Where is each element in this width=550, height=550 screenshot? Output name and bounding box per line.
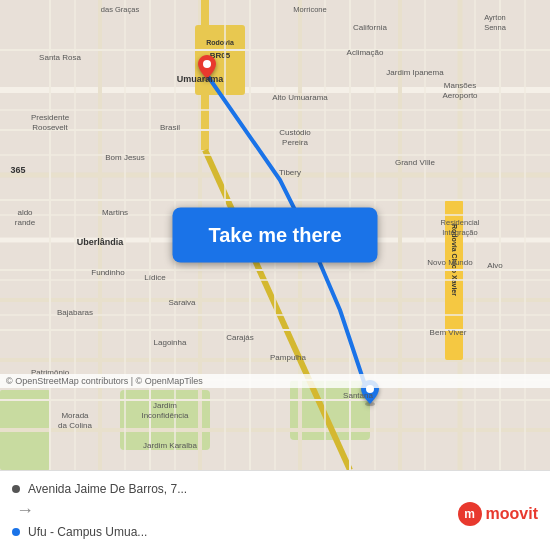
take-me-there-button[interactable]: Take me there — [172, 208, 377, 263]
svg-text:Saraiva: Saraiva — [168, 298, 196, 307]
svg-text:Bajabaras: Bajabaras — [57, 308, 93, 317]
svg-line-15 — [205, 150, 350, 470]
svg-text:Pereira: Pereira — [282, 138, 308, 147]
svg-text:Bom Jesus: Bom Jesus — [105, 153, 145, 162]
svg-text:das Graças: das Graças — [101, 5, 140, 14]
svg-text:Rodovia: Rodovia — [206, 39, 234, 46]
svg-text:Santa Rosa: Santa Rosa — [39, 53, 81, 62]
arrow-row: → — [12, 500, 458, 521]
svg-text:Residencial: Residencial — [441, 218, 480, 227]
svg-text:Fundinho: Fundinho — [91, 268, 125, 277]
destination-row: Ufu - Campus Umua... — [12, 525, 458, 539]
origin-dot — [12, 485, 20, 493]
svg-text:Jardim: Jardim — [153, 401, 177, 410]
destination-dot — [12, 528, 20, 536]
svg-text:Custódio: Custódio — [279, 128, 311, 137]
moovit-brand-name: moovit — [486, 505, 538, 523]
svg-text:Integração: Integração — [442, 228, 477, 237]
svg-text:Alto Umuarama: Alto Umuarama — [272, 93, 328, 102]
map-container: Rodovia BR05 Rodovia Chico Xavier — [0, 0, 550, 470]
svg-text:Pampulha: Pampulha — [270, 353, 307, 362]
svg-text:Jardim Karalba: Jardim Karalba — [143, 441, 197, 450]
svg-text:California: California — [353, 23, 387, 32]
svg-text:Tibery: Tibery — [279, 168, 301, 177]
svg-text:Uberlândia: Uberlândia — [77, 237, 125, 247]
svg-text:Jardim Ipanema: Jardim Ipanema — [386, 68, 444, 77]
bottom-bar: Avenida Jaime De Barros, 7... → Ufu - Ca… — [0, 470, 550, 550]
svg-text:365: 365 — [10, 165, 25, 175]
svg-text:aldo: aldo — [17, 208, 33, 217]
svg-text:Morricone: Morricone — [293, 5, 326, 14]
map-attribution: © OpenStreetMap contributors | © OpenMap… — [0, 374, 550, 388]
svg-text:rande: rande — [15, 218, 36, 227]
origin-label: Avenida Jaime De Barros, 7... — [28, 482, 187, 496]
svg-text:Umuarama: Umuarama — [177, 74, 225, 84]
origin-row: Avenida Jaime De Barros, 7... — [12, 482, 458, 496]
svg-text:Brasil: Brasil — [160, 123, 180, 132]
svg-point-49 — [203, 60, 211, 68]
svg-text:Presidente: Presidente — [31, 113, 70, 122]
svg-text:Lagoinha: Lagoinha — [154, 338, 187, 347]
svg-text:Aeroporto: Aeroporto — [442, 91, 478, 100]
route-arrow-icon: → — [12, 500, 38, 521]
destination-label: Ufu - Campus Umua... — [28, 525, 147, 539]
svg-text:Mansões: Mansões — [444, 81, 476, 90]
svg-text:Morada: Morada — [61, 411, 89, 420]
svg-text:Carajás: Carajás — [226, 333, 254, 342]
svg-text:da Colina: da Colina — [58, 421, 92, 430]
svg-text:Bem Viver: Bem Viver — [430, 328, 467, 337]
svg-text:Alvo: Alvo — [487, 261, 503, 270]
svg-text:Ayrton: Ayrton — [484, 13, 506, 22]
svg-text:Santana: Santana — [343, 391, 373, 400]
svg-text:Aclimação: Aclimação — [347, 48, 384, 57]
moovit-logo: m moovit — [458, 502, 538, 526]
svg-text:Grand VIlle: Grand VIlle — [395, 158, 436, 167]
svg-text:Martins: Martins — [102, 208, 128, 217]
svg-text:Inconfidência: Inconfidência — [141, 411, 189, 420]
moovit-icon: m — [458, 502, 482, 526]
svg-text:Novo Mundo: Novo Mundo — [427, 258, 473, 267]
svg-text:Roosevelt: Roosevelt — [32, 123, 68, 132]
svg-text:Lídice: Lídice — [144, 273, 166, 282]
svg-text:Senna: Senna — [484, 23, 507, 32]
